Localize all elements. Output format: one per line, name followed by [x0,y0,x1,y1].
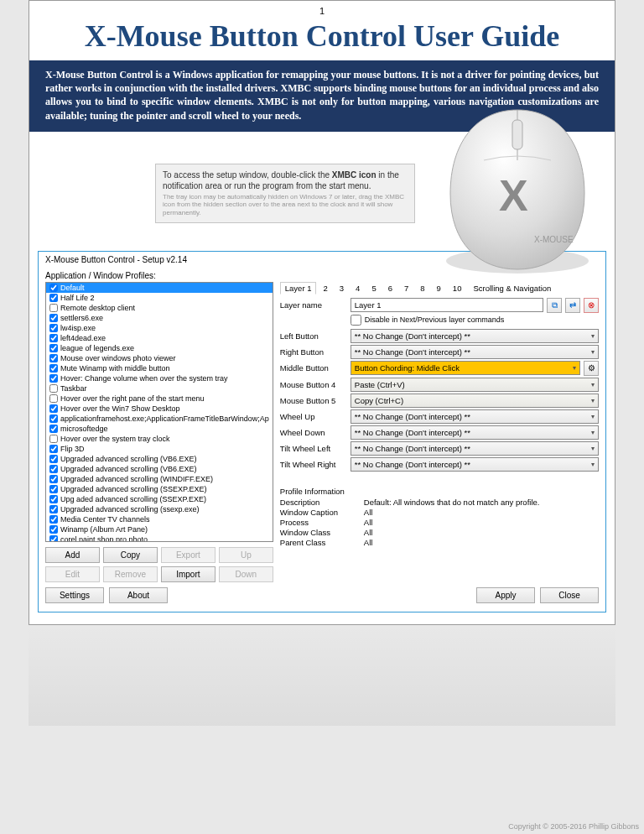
tab-layer-8[interactable]: 8 [415,282,429,295]
copy-layer-icon[interactable]: ⧉ [547,298,562,313]
mouse-button-5-dropdown[interactable]: Copy (Ctrl+C) [351,394,599,408]
middle-config-icon[interactable]: ⚙ [584,361,599,376]
profile-checkbox[interactable] [49,324,58,332]
wheel-down-dropdown[interactable]: ** No Change (Don't intercept) ** [351,425,599,440]
profile-checkbox[interactable] [49,294,58,302]
profile-checkbox[interactable] [49,384,58,393]
profile-checkbox[interactable] [49,475,58,483]
tip-subtext: The tray icon may be automatically hidde… [163,193,408,217]
info-winclass-value: All [364,528,373,537]
list-item[interactable]: Upgraded advanced scrolling (VB6.EXE) [46,464,273,474]
profile-label: Upg aded advanced scrolling (SSEXP.EXE) [60,494,206,504]
layer-name-input[interactable] [351,298,543,312]
svg-text:X-MOUSE: X-MOUSE [534,235,574,244]
list-item[interactable]: Media Center TV channels [46,514,273,524]
profile-checkbox[interactable] [49,525,58,534]
profile-checkbox[interactable] [49,354,58,362]
list-item[interactable]: Upg aded advanced scrolling (SSEXP.EXE) [46,494,273,504]
export-button[interactable]: Export [161,547,216,563]
info-winclass-label: Window Class [280,528,356,537]
tab-layer-4[interactable]: 4 [351,282,365,295]
tab-layer-1[interactable]: Layer 1 [280,282,317,295]
settings-button[interactable]: Settings [45,587,104,603]
tab-layer-5[interactable]: 5 [366,282,381,295]
apply-button[interactable]: Apply [476,587,535,603]
tab-layer-7[interactable]: 7 [399,282,413,295]
tab-layer-6[interactable]: 6 [383,282,397,295]
profile-checkbox[interactable] [49,364,58,373]
list-item[interactable]: Hover over the Win7 Show Desktop [46,404,273,414]
list-item[interactable]: Mute Winamp with middle button [46,363,273,373]
list-item[interactable]: Hover over the system tray clock [46,434,273,444]
list-item[interactable]: Hover: Change volume when over the syste… [46,373,273,383]
profile-checkbox[interactable] [49,435,58,443]
list-item[interactable]: corel paint shop pro photo [46,534,273,542]
middle-button-dropdown[interactable]: Button Chording: Middle Click [351,361,580,375]
profile-checkbox[interactable] [49,334,58,342]
tab-layer-3[interactable]: 3 [335,282,349,295]
list-item[interactable]: Half Life 2 [46,293,273,303]
list-item[interactable]: Mouse over windows photo viewer [46,353,273,363]
profile-checkbox[interactable] [49,515,58,524]
list-item[interactable]: Upgraded advanced scrolling (WINDIFF.EXE… [46,474,273,484]
wheel-up-dropdown[interactable]: ** No Change (Don't intercept) ** [351,409,599,424]
profile-checkbox[interactable] [49,495,58,503]
left-button-dropdown[interactable]: ** No Change (Don't intercept) ** [351,329,599,343]
about-button[interactable]: About [109,587,168,603]
down-button[interactable]: Down [219,566,273,582]
add-button[interactable]: Add [45,547,100,563]
tab-layer-2[interactable]: 2 [318,282,332,295]
profile-checkbox[interactable] [49,374,58,383]
profile-listbox[interactable]: DefaultHalf Life 2Remote desktop clients… [45,282,273,542]
list-item[interactable]: Remote desktop client [46,303,273,313]
mouse-button-4-dropdown[interactable]: Paste (Ctrl+V) [351,378,599,392]
tab-scrolling[interactable]: Scrolling & Navigation [468,282,556,295]
profile-checkbox[interactable] [49,344,58,352]
list-item[interactable]: Upgraded advanced scrolling (ssexp.exe) [46,504,273,514]
profile-checkbox[interactable] [49,284,58,292]
list-item[interactable]: microsoftedge [46,424,273,434]
profile-checkbox[interactable] [49,505,58,513]
right-button-label: Right Button [280,347,347,357]
profile-checkbox[interactable] [49,404,58,413]
profile-checkbox[interactable] [49,304,58,312]
list-item[interactable]: settlers6.exe [46,313,273,323]
edit-button[interactable]: Edit [45,566,100,582]
profile-checkbox[interactable] [49,394,58,403]
list-item[interactable]: Flip 3D [46,444,273,454]
profile-checkbox[interactable] [49,414,58,423]
profile-checkbox[interactable] [49,465,58,473]
profile-checkbox[interactable] [49,445,58,453]
copy-button[interactable]: Copy [103,547,158,563]
profile-checkbox[interactable] [49,425,58,433]
remove-button[interactable]: Remove [103,566,158,582]
profile-checkbox[interactable] [49,485,58,493]
tab-layer-10[interactable]: 10 [448,282,467,295]
close-button[interactable]: Close [540,587,599,603]
profile-checkbox[interactable] [49,455,58,463]
tab-layer-9[interactable]: 9 [432,282,446,295]
clear-layer-icon[interactable]: ⊗ [584,298,599,313]
list-item[interactable]: Hover over the right pane of the start m… [46,394,273,404]
profile-checkbox[interactable] [49,314,58,322]
disable-layer-label: Disable in Next/Previous layer commands [365,315,505,324]
list-item[interactable]: applicationframehost.exe;ApplicationFram… [46,414,273,424]
disable-layer-checkbox[interactable] [351,315,361,326]
list-item[interactable]: Taskbar [46,383,273,394]
profile-checkbox[interactable] [49,535,58,542]
import-button[interactable]: Import [161,566,216,582]
list-item[interactable]: Upgraded advanced scrolling (SSEXP.EXE) [46,484,273,494]
right-button-dropdown[interactable]: ** No Change (Don't intercept) ** [351,345,599,359]
list-item[interactable]: left4dead.exe [46,333,273,343]
profile-label: Taskbar [60,383,87,394]
list-item[interactable]: league of legends.exe [46,343,273,353]
list-item[interactable]: Default [46,283,273,293]
list-item[interactable]: Upgraded advanced scrolling (VB6.EXE) [46,454,273,464]
list-item[interactable]: Winamp (Album Art Pane) [46,524,273,534]
tilt-wheel-left-dropdown[interactable]: ** No Change (Don't intercept) ** [351,441,599,456]
list-item[interactable]: lw4isp.exe [46,323,273,333]
tilt-wheel-right-dropdown[interactable]: ** No Change (Don't intercept) ** [351,457,599,472]
swap-layer-icon[interactable]: ⇄ [565,298,580,313]
profile-label: Half Life 2 [60,293,95,303]
up-button[interactable]: Up [219,547,273,563]
